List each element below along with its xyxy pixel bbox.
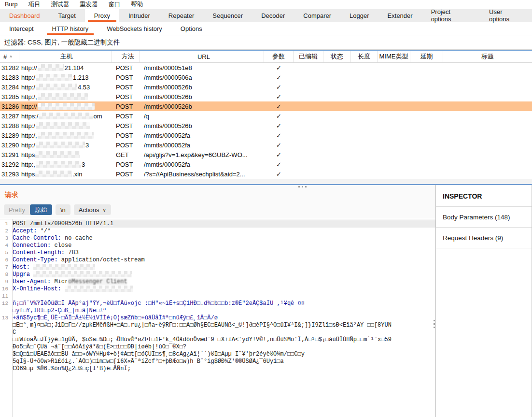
column-header[interactable]: 延期 <box>410 51 443 62</box>
cell-url: /q <box>140 111 264 121</box>
table-row[interactable]: 31286 http:// POST /mmtls/0000526b ✓ <box>0 101 532 111</box>
line-number: 3 <box>0 235 10 242</box>
cell-params: ✓ <box>264 92 294 101</box>
cell-mime-type <box>378 140 410 150</box>
cell-title <box>443 92 532 101</box>
cell-extension <box>410 159 443 169</box>
cell-url: /api/gljs?v=1.exp&key=6GUBZ-WO... <box>140 150 264 159</box>
editor-line: 4 Connection: close <box>0 242 435 249</box>
cell-edited <box>294 72 323 82</box>
cell-title <box>443 130 532 140</box>
menu-item-[interactable]: 帮助 <box>126 0 148 9</box>
column-header[interactable]: 长度 <box>351 51 378 62</box>
cell-url: /mmtls/0000526b <box>140 121 264 130</box>
tab-target[interactable]: Target <box>49 9 85 22</box>
table-row[interactable]: 31291 https GET /api/gljs?v=1.exp&key=6G… <box>0 150 532 159</box>
newline-toggle-button[interactable]: \n <box>56 204 70 215</box>
filter-bar[interactable]: 过滤器: CSS, 图片, 一般隐藏二进制文件 <box>0 35 532 50</box>
cell-length <box>351 101 378 111</box>
tab-comparer[interactable]: Comparer <box>294 9 340 22</box>
cell-host: https .xin <box>19 169 112 179</box>
check-icon: ✓ <box>276 74 281 81</box>
tab-proxy[interactable]: Proxy <box>85 9 119 22</box>
line-number: 2 <box>0 228 10 235</box>
tab-project-options[interactable]: Project options <box>422 9 480 22</box>
cell-extension <box>410 121 443 130</box>
column-header[interactable]: 标题 <box>443 51 532 62</box>
table-row[interactable]: 31289 http:/, POST /mmtls/000052fa ✓ <box>0 130 532 140</box>
inspector-section-body-parameters-148[interactable]: Body Parameters (148) <box>436 207 532 228</box>
tab-extender[interactable]: Extender <box>378 9 422 22</box>
check-icon: ✓ <box>276 171 281 178</box>
table-row[interactable]: 31283 http:/ 1.213 POST /mmtls/0000506a … <box>0 72 532 82</box>
tab-repeater[interactable]: Repeater <box>159 9 203 22</box>
line-number <box>0 365 10 373</box>
table-row[interactable]: 31282 http:// 21.104 POST /mmtls/000051e… <box>0 63 532 72</box>
menu-item-[interactable]: 项目 <box>23 0 45 9</box>
editor-line: □ìWîoaÂ□JÏ}ýé□1gÚÄ‚ $oSã□¾D□;¬ÕHùv®ªøZÞf… <box>0 336 435 344</box>
editor-line: 9 User-Agent: MicroMessenger Client <box>0 278 435 286</box>
cell-edited <box>294 111 323 121</box>
tab-logger[interactable]: Logger <box>340 9 378 22</box>
column-header[interactable]: 参数 <box>264 51 294 62</box>
tab-decoder[interactable]: Decoder <box>252 9 294 22</box>
cell-host: http:/ 4.53 <box>19 82 112 92</box>
menu-item-[interactable]: 窗口 <box>103 0 126 9</box>
request-editor[interactable]: 1 POST /mmtls/0000526b HTTP/1.1 2 Accept… <box>0 219 435 417</box>
cell-method: POST <box>112 111 140 121</box>
editor-line: □yf□Y‚IRI□p2-Ç□ß_|n□â|Ne□±ª <box>0 307 435 315</box>
vertical-splitter-handle[interactable] <box>434 320 435 328</box>
table-row[interactable]: 31284 http:/ 4.53 POST /mmtls/0000526b ✓ <box>0 82 532 92</box>
subtab-options[interactable]: Options <box>171 22 211 35</box>
subtab-websockets-history[interactable]: WebSockets history <box>98 22 171 35</box>
cell-url: /mmtls/000051e8 <box>140 63 264 72</box>
cell-params: ✓ <box>264 63 294 72</box>
column-header[interactable]: 已编辑 <box>294 51 323 62</box>
editor-line: 1 POST /mmtls/0000526b HTTP/1.1 <box>0 220 435 228</box>
column-header[interactable]: 方法 <box>112 51 140 62</box>
cell-host: http:/, <box>19 92 112 101</box>
column-header[interactable]: MIME类型 <box>378 51 410 62</box>
line-number: 8 <box>0 271 10 278</box>
table-row[interactable]: 31290 http:/ 3 POST /mmtls/000052fa ✓ <box>0 140 532 150</box>
redaction-blur <box>38 64 64 71</box>
menu-item-burp[interactable]: Burp <box>2 0 23 9</box>
request-pane: 请求 Pretty 原始 \n Actions ∨ 1 POST /mmtls/… <box>0 185 436 417</box>
inspector-section-request-headers-9[interactable]: Request Headers (9) <box>436 228 532 248</box>
redaction-blur <box>36 161 81 168</box>
cell-status <box>323 82 351 92</box>
raw-button[interactable]: 原始 <box>30 204 52 215</box>
request-panel-title: 请求 <box>0 185 435 200</box>
redaction-blur <box>33 271 132 277</box>
column-header[interactable]: 主机 <box>19 51 112 62</box>
editor-line: 7 Host: <box>0 264 435 271</box>
pretty-button[interactable]: Pretty <box>4 204 30 215</box>
column-header[interactable]: #∧ <box>0 51 19 62</box>
horizontal-splitter-handle[interactable] <box>298 186 307 187</box>
redaction-blur <box>36 142 85 148</box>
tab-intruder[interactable]: Intruder <box>119 9 159 22</box>
table-row[interactable]: 31288 http:/ POST /mmtls/0000526b ✓ <box>0 121 532 130</box>
tab-user-options[interactable]: User options <box>480 9 532 22</box>
actions-button[interactable]: Actions ∨ <box>74 204 111 215</box>
menu-item-[interactable]: 测试器 <box>45 0 74 9</box>
table-row[interactable]: 31292 http:, 3 POST /mmtls/000052fa ✓ <box>0 159 532 169</box>
cell-row-id: 31291 <box>0 150 19 159</box>
editor-line: CÓ69□µ %®6.%óñ¾Q¿2□%□ç[I'B)ë□ÅÑñÏ; <box>0 365 435 373</box>
column-header[interactable]: 状态 <box>323 51 351 62</box>
table-row[interactable]: 31287 https:/ om POST /q ✓ <box>0 111 532 121</box>
cell-status <box>323 111 351 121</box>
editor-line: $□Q□ì□ÜÉÅÊåô□□BÚ â□□«óWÝ¼Hµ¢÷ò¦¢À□t[□óÇÙ… <box>0 351 435 358</box>
table-row[interactable]: 31293 https .xin POST /?s=//ApiBusiness/… <box>0 169 532 179</box>
column-header[interactable]: URL <box>140 51 264 62</box>
tab-sequencer[interactable]: Sequencer <box>203 9 252 22</box>
cell-edited <box>294 130 323 140</box>
cell-row-id: 31285 <box>0 92 19 101</box>
subtab-http-history[interactable]: HTTP history <box>43 22 98 35</box>
check-icon: ✓ <box>276 103 281 110</box>
tab-dashboard[interactable]: Dashboard <box>0 9 49 22</box>
menu-item-[interactable]: 重发器 <box>74 0 103 9</box>
table-row[interactable]: 31285 http:/, POST /mmtls/0000526b ✓ <box>0 92 532 101</box>
subtab-intercept[interactable]: Intercept <box>0 22 43 35</box>
cell-extension <box>410 72 443 82</box>
